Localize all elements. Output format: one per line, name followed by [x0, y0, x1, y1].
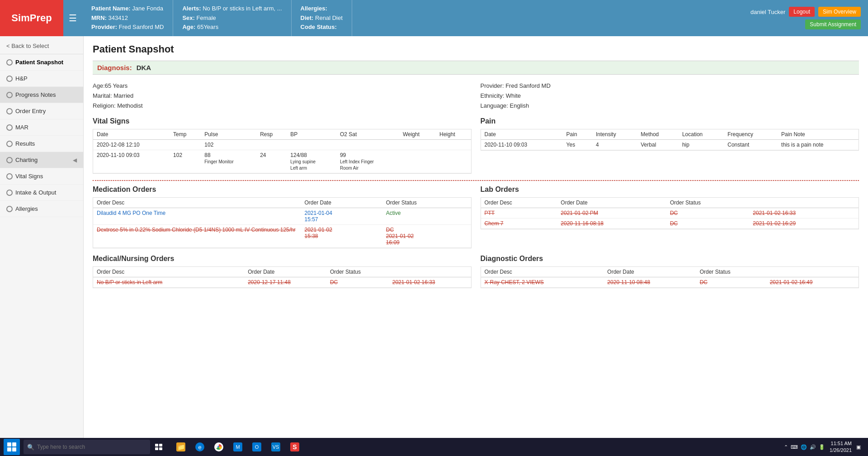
diagnostic-orders-scroll[interactable]: Order Desc Order Date Order Status X-Ray…	[481, 267, 859, 288]
sidebar-item-order-entry[interactable]: Order Entry	[0, 103, 83, 119]
medical-nursing-scroll[interactable]: Order Desc Order Date Order Status No B/…	[93, 267, 471, 288]
taskbar-app-file-explorer[interactable]: 📁	[172, 439, 190, 455]
vs-weight	[399, 150, 436, 173]
main-layout: < Back to Select Patient Snapshot H&P Pr…	[0, 36, 868, 438]
speaker-icon[interactable]: 🔊	[810, 444, 816, 450]
dot-icon	[6, 108, 13, 114]
medication-lab-row: Medication Orders Order Desc Order Date …	[93, 185, 859, 248]
med-date: 2021-01-0215:38	[301, 225, 382, 248]
vs-col-bp: BP	[287, 129, 336, 140]
mn-col-desc: Order Desc	[93, 267, 244, 277]
sidebar-item-charting[interactable]: Charting ◀	[0, 152, 83, 168]
pain-title: Pain	[481, 117, 859, 125]
lab-date: 2020-11-16 08:18	[557, 218, 666, 229]
dot-icon	[6, 59, 13, 66]
dot-icon	[6, 141, 13, 147]
pain-location: hip	[679, 140, 724, 150]
pain-table-wrapper: Date Pain Intensity Method Location Freq…	[481, 129, 859, 151]
clock[interactable]: 11:51 AM 1/26/2021	[830, 440, 852, 454]
task-view-icon[interactable]	[152, 440, 166, 454]
diag-date: 2020-11-10 08:48	[604, 277, 696, 288]
dot-icon	[6, 76, 13, 82]
lab-date: 2021-01-02 PM	[557, 208, 666, 218]
med-desc-link[interactable]: Dilaudid 4 MG PO One Time	[97, 210, 165, 216]
table-row: 2020-11-10 09:03 102 88Finger Monitor 24…	[93, 150, 471, 173]
taskbar-apps: 📁 e M O VS S	[172, 439, 304, 455]
sidebar-item-vital-signs[interactable]: Vital Signs	[0, 168, 83, 185]
mn-status: DC	[326, 277, 389, 288]
medication-orders-scroll[interactable]: Order Desc Order Date Order Status Dilau…	[93, 198, 471, 248]
sidebar-item-progress-notes[interactable]: Progress Notes	[0, 87, 83, 103]
sidebar-item-intake-output[interactable]: Intake & Output	[0, 185, 83, 201]
vital-signs-section: Vital Signs Date Temp Pulse Resp BP	[93, 117, 472, 174]
collapse-icon: ◀	[73, 157, 77, 163]
submit-assignment-button[interactable]: Submit Assignment	[805, 19, 861, 29]
taskbar-app-chrome[interactable]	[210, 439, 228, 455]
taskbar-app-s[interactable]: S	[286, 439, 304, 455]
medication-orders-table-wrapper: Order Desc Order Date Order Status Dilau…	[93, 197, 472, 248]
edge-icon: e	[195, 442, 204, 451]
pain-col-location: Location	[679, 129, 724, 140]
search-input[interactable]	[37, 444, 146, 450]
vital-signs-scroll[interactable]: Date Temp Pulse Resp BP O2 Sat Weight He…	[93, 129, 471, 173]
logout-button[interactable]: Logout	[789, 7, 815, 17]
search-icon: 🔍	[27, 444, 34, 451]
pain-date: 2020-11-10 09:03	[481, 140, 563, 150]
patient-provider: Provider: Fred Sanford MD	[481, 81, 859, 91]
vs-col-date: Date	[93, 129, 170, 140]
show-hidden-icon[interactable]: ⌃	[784, 444, 788, 450]
sidebar-item-patient-snapshot[interactable]: Patient Snapshot	[0, 54, 83, 71]
patient-other-section: Allergies: Diet: Renal Diet Code Status:	[292, 0, 352, 36]
medication-orders-section: Medication Orders Order Desc Order Date …	[93, 185, 472, 248]
lab-orders-scroll[interactable]: Order Desc Order Date Order Status PTT 2…	[481, 198, 859, 229]
diag-col-dc-date	[766, 267, 859, 277]
s-app-icon: S	[290, 442, 299, 451]
back-to-select[interactable]: < Back to Select	[0, 38, 83, 54]
lab-status: DC	[666, 208, 749, 218]
table-row: Dilaudid 4 MG PO One Time 2021-01-0415:5…	[93, 208, 471, 225]
sidebar-item-mar[interactable]: MAR	[0, 119, 83, 136]
start-button[interactable]	[4, 439, 20, 455]
pain-frequency: Constant	[724, 140, 778, 150]
diag-col-desc: Order Desc	[481, 267, 604, 277]
med-desc: Dilaudid 4 MG PO One Time	[93, 208, 301, 225]
taskbar-app-vscode[interactable]: VS	[267, 439, 285, 455]
diet: Diet: Renal Diet	[301, 14, 343, 23]
diag-status: DC	[696, 277, 766, 288]
pain-col-pain: Pain	[563, 129, 592, 140]
medication-orders-title: Medication Orders	[93, 185, 472, 194]
taskbar-app-outlook[interactable]: O	[248, 439, 266, 455]
taskbar-app-edge[interactable]: e	[191, 439, 209, 455]
vs-bp: 124/88Lying supineLeft arm	[287, 150, 336, 173]
pain-table: Date Pain Intensity Method Location Freq…	[481, 129, 859, 150]
taskbar-app-mail[interactable]: M	[229, 439, 247, 455]
lab-col-dc-date	[749, 198, 859, 208]
chrome-icon	[214, 442, 223, 451]
sim-overview-button[interactable]: Sim Overview	[818, 7, 861, 17]
med-col-desc: Order Desc	[93, 198, 301, 208]
dot-icon	[6, 124, 13, 131]
header-right: daniel Tucker Logout Sim Overview Submit…	[743, 0, 868, 36]
pain-scroll[interactable]: Date Pain Intensity Method Location Freq…	[481, 129, 859, 150]
battery-icon: 🔋	[819, 444, 825, 450]
sidebar-item-hap[interactable]: H&P	[0, 71, 83, 87]
sidebar-item-allergies[interactable]: Allergies	[0, 201, 83, 217]
table-row: 2020-11-10 09:03 Yes 4 Verbal hip Consta…	[481, 140, 859, 150]
file-explorer-icon: 📁	[176, 442, 185, 451]
svg-rect-0	[155, 444, 158, 446]
medical-diagnostic-row: Medical/Nursing Orders Order Desc Order …	[93, 255, 859, 288]
network-icon[interactable]: 🌐	[801, 444, 807, 450]
medication-orders-table: Order Desc Order Date Order Status Dilau…	[93, 198, 471, 248]
patient-language: Language: English	[481, 101, 859, 111]
allergies: Allergies:	[301, 4, 343, 14]
sidebar-item-results[interactable]: Results	[0, 136, 83, 152]
pain-section: Pain Date Pain Intensity Method Location	[481, 117, 859, 174]
notification-icon[interactable]: ▣	[856, 444, 861, 450]
taskbar-search-bar[interactable]: 🔍	[24, 440, 150, 454]
mrn: MRN: 343412	[91, 14, 164, 23]
mn-desc: No B/P or sticks in Left arm	[93, 277, 244, 288]
vs-o2sat	[336, 140, 399, 150]
medical-nursing-table: Order Desc Order Date Order Status No B/…	[93, 267, 471, 288]
hamburger-icon[interactable]: ☰	[63, 0, 82, 36]
alerts: Alerts: No B/P or sticks in Left arm, ..…	[182, 4, 282, 14]
